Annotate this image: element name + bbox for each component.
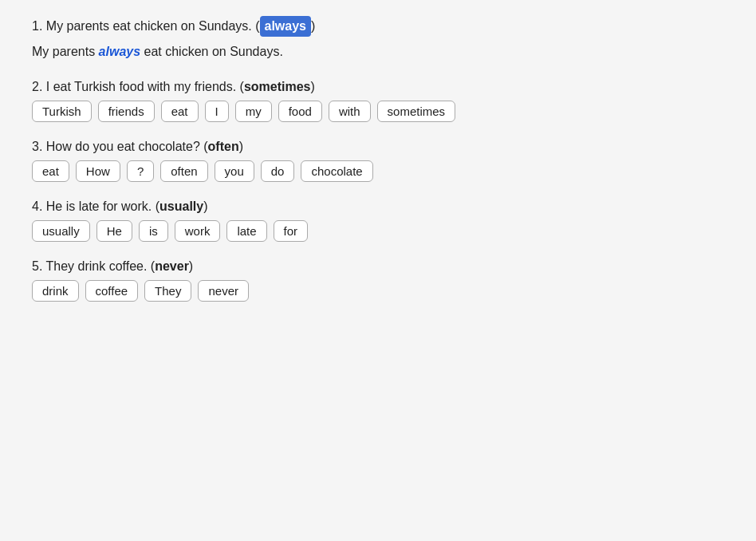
- exercise-5: 5. They drink coffee. (never) drink coff…: [32, 259, 724, 302]
- exercise-number-2: 2.: [32, 80, 46, 93]
- exercise-2-question: 2. I eat Turkish food with my friends. (…: [32, 80, 724, 94]
- tile-how[interactable]: How: [76, 160, 120, 182]
- exercise-4-question: 4. He is late for work. (usually): [32, 199, 724, 214]
- exercise-3-question: 3. How do you eat chocolate? (often): [32, 140, 724, 154]
- tile-turkish[interactable]: Turkish: [32, 101, 92, 122]
- tile-often[interactable]: often: [160, 160, 207, 182]
- tile-usually[interactable]: usually: [32, 220, 90, 242]
- tile-drink[interactable]: drink: [32, 280, 79, 302]
- exercise-number-5: 5.: [32, 259, 46, 273]
- tile-do[interactable]: do: [261, 160, 295, 182]
- tile-chocolate[interactable]: chocolate: [301, 160, 372, 182]
- tile-i[interactable]: I: [205, 101, 229, 122]
- tile-late[interactable]: late: [226, 220, 266, 242]
- tile-work[interactable]: work: [175, 220, 221, 242]
- adverb-label-2: sometimes: [244, 80, 311, 93]
- tile-question-mark[interactable]: ?: [127, 160, 154, 182]
- tile-you[interactable]: you: [215, 160, 254, 182]
- exercise-number-3: 3.: [32, 140, 46, 153]
- exercise-3-tiles: eat How ? often you do chocolate: [32, 160, 724, 182]
- adverb-label-5: never: [155, 259, 189, 273]
- exercise-1-answer: My parents always eat chicken on Sundays…: [32, 41, 724, 62]
- tile-they[interactable]: They: [144, 280, 191, 302]
- exercise-5-tiles: drink coffee They never: [32, 280, 724, 302]
- answer-adverb-1: always: [99, 45, 140, 58]
- tile-never[interactable]: never: [198, 280, 249, 302]
- tile-he[interactable]: He: [96, 220, 132, 242]
- adverb-box-1: always: [260, 16, 311, 37]
- exercise-3: 3. How do you eat chocolate? (often) eat…: [32, 140, 724, 182]
- tile-friends[interactable]: friends: [98, 101, 155, 122]
- tile-with[interactable]: with: [329, 101, 371, 122]
- tile-my[interactable]: my: [235, 101, 272, 122]
- exercise-4: 4. He is late for work. (usually) usuall…: [32, 199, 724, 242]
- exercise-number-1: 1.: [32, 19, 46, 33]
- exercise-2-tiles: Turkish friends eat I my food with somet…: [32, 101, 724, 122]
- adverb-label-4: usually: [159, 199, 203, 213]
- tile-for[interactable]: for: [274, 220, 309, 242]
- exercise-2: 2. I eat Turkish food with my friends. (…: [32, 80, 724, 122]
- exercise-4-tiles: usually He is work late for: [32, 220, 724, 242]
- exercise-number-4: 4.: [32, 199, 46, 213]
- tile-is[interactable]: is: [139, 220, 168, 242]
- tile-coffee[interactable]: coffee: [85, 280, 139, 302]
- tile-sometimes[interactable]: sometimes: [377, 101, 456, 122]
- adverb-label-3: often: [208, 140, 239, 153]
- exercise-5-question: 5. They drink coffee. (never): [32, 259, 724, 274]
- tile-eat-2[interactable]: eat: [161, 101, 199, 122]
- tile-food[interactable]: food: [278, 101, 322, 122]
- exercise-1-question: 1. My parents eat chicken on Sundays. (a…: [32, 16, 724, 37]
- exercise-1: 1. My parents eat chicken on Sundays. (a…: [32, 16, 724, 62]
- tile-eat-3[interactable]: eat: [32, 160, 69, 182]
